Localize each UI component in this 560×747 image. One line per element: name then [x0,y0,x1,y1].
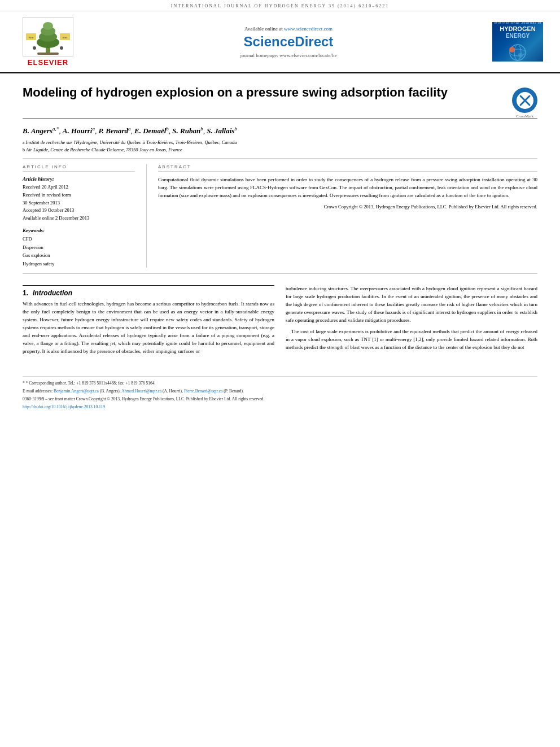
main-body-section: 1. Introduction With advances in fuel-ce… [23,274,537,365]
affil-a-text: Institut de recherche sur l'Hydrogène, U… [26,139,237,146]
keywords-label: Keywords: [23,228,135,233]
footnote-corresponding: * * Corresponding author. Tel.: +1 819 3… [23,380,537,387]
keyword-dispersion: Dispersion [23,243,135,251]
elsevier-tree-image: Non Sine [23,17,73,56]
affil-a-line: a Institut de recherche sur l'Hydrogène,… [23,139,537,146]
svg-point-11 [60,46,63,50]
email-hourri-name: (A. Hourri), [163,388,184,394]
received-2-label: Received in revised form [23,191,135,199]
doi-link[interactable]: http://dx.doi.org/10.1016/j.ijhydene.201… [23,404,105,409]
footnote-issn: 0360-3199/$ – see front matter Crown Cop… [23,396,537,403]
author-angers: B. Angers [23,126,53,135]
abstract-text: Computational fluid dynamic simulations … [158,176,537,200]
keyword-cfd: CFD [23,235,135,243]
article-title: Modeling of hydrogen explosion on a pres… [23,85,501,101]
svg-point-14 [514,45,521,60]
journal-header: Non Sine ELSEVIER Available online at ww… [0,11,560,73]
available-online-text: Available online at www.sciencedirect.co… [96,26,481,32]
section-title-text: Introduction [33,289,72,297]
received-1: Received 20 April 2012 [23,184,135,191]
email-benard-name: (P. Benard). [224,388,244,394]
intro-body-left: With advances in fuel-cell technologies,… [23,300,274,356]
article-title-section: Modeling of hydrogen explosion on a pres… [23,73,537,119]
elsevier-logo: Non Sine ELSEVIER [11,17,85,67]
article-info-column: ARTICLE INFO Article history: Received 2… [23,164,147,268]
footnote-email: E-mail addresses: Benjamin.Angers@uqtr.c… [23,388,537,395]
header-center-info: Available online at www.sciencedirect.co… [85,26,492,58]
email-hourri[interactable]: Ahmed.Hourri@uqtr.ca [121,388,161,394]
author-hourri: A. Hourri [63,126,93,135]
svg-point-10 [33,46,36,50]
email-angers[interactable]: Benjamin.Angers@uqtr.ca [54,388,99,394]
abstract-copyright: Crown Copyright © 2013, Hydrogen Energy … [158,203,537,211]
svg-text:Sine: Sine [63,36,68,39]
svg-point-15 [509,47,515,53]
elsevier-wordmark: ELSEVIER [28,58,68,67]
affiliations: a Institut de recherche sur l'Hydrogène,… [23,139,537,154]
affil-b-line: b Air Liquide, Centre de Recherche Claud… [23,146,537,154]
crossmark-circle [512,88,537,113]
available-online-date: Available online 2 December 2013 [23,215,135,222]
body-col-left: 1. Introduction With advances in fuel-ce… [23,285,274,359]
body-two-col: 1. Introduction With advances in fuel-ce… [23,285,537,359]
email-angers-name: (B. Angers), [100,388,121,394]
sciencedirect-logo-text: ScienceDirect [96,34,481,50]
keyword-hydrogen-safety: Hydrogen safety [23,260,135,268]
crossmark-label: CrossMark [512,114,537,119]
author-ruban: S. Ruban [172,126,200,135]
journal-homepage-url: journal homepage: www.elsevier.com/locat… [96,53,481,58]
abstract-column: ABSTRACT Computational fluid dynamic sim… [147,164,537,268]
svg-rect-1 [37,53,59,55]
svg-text:Non: Non [29,36,34,39]
intro-section-header: 1. Introduction [23,285,274,297]
svg-point-5 [43,22,53,30]
email-benard[interactable]: Pierre.Benard@uqtr.ca [184,388,223,394]
elsevier-logo-section: Non Sine ELSEVIER [11,17,85,67]
authors-line: B. Angersa,*, A. Hourria, P. Benarda, E.… [23,126,537,136]
history-label: Article history: [23,176,135,182]
article-body: Modeling of hydrogen explosion on a pres… [0,73,560,410]
email-prefix: E-mail addresses: [23,388,54,394]
intro-body-right: turbulence inducing structures. The over… [286,285,537,325]
author-benard: P. Benard [98,126,128,135]
sciencedirect-url[interactable]: www.sciencedirect.com [284,26,333,32]
journal-cover-section: International Journal of HYDROGEN ENERGY [492,22,549,62]
affil-b-text: Air Liquide, Centre de Recherche Claude-… [26,146,182,154]
body-col-right: turbulence inducing structures. The over… [286,285,537,359]
keyword-gas-explosion: Gas explosion [23,251,135,259]
intro-body-right-2: The cost of large scale experiments is p… [286,328,537,352]
cover-journal-name: HYDROGEN ENERGY [493,25,541,40]
crossmark-inner [517,92,533,109]
author-jallais: S. Jallais [207,126,234,135]
footnote-doi: http://dx.doi.org/10.1016/j.ijhydene.201… [23,404,537,410]
journal-title-bar: INTERNATIONAL JOURNAL OF HYDROGEN ENERGY… [171,3,389,8]
authors-section: B. Angersa,*, A. Hourria, P. Benarda, E.… [23,119,537,159]
info-abstract-section: ARTICLE INFO Article history: Received 2… [23,159,537,274]
accepted-date: Accepted 19 October 2013 [23,207,135,215]
author-demael: E. Demaël [134,126,166,135]
abstract-heading: ABSTRACT [158,164,537,172]
received-2-date: 30 September 2013 [23,199,135,207]
journal-header-bar: INTERNATIONAL JOURNAL OF HYDROGEN ENERGY… [0,0,560,11]
section-number: 1. [23,289,28,297]
svg-point-16 [518,53,523,58]
journal-cover-image: International Journal of HYDROGEN ENERGY [492,22,543,62]
footnotes-section: * * Corresponding author. Tel.: +1 819 3… [23,376,537,410]
crossmark-badge: CrossMark [512,88,537,113]
article-info-heading: ARTICLE INFO [23,164,135,172]
corresponding-text: * Corresponding author. Tel.: +1 819 376… [26,381,156,386]
